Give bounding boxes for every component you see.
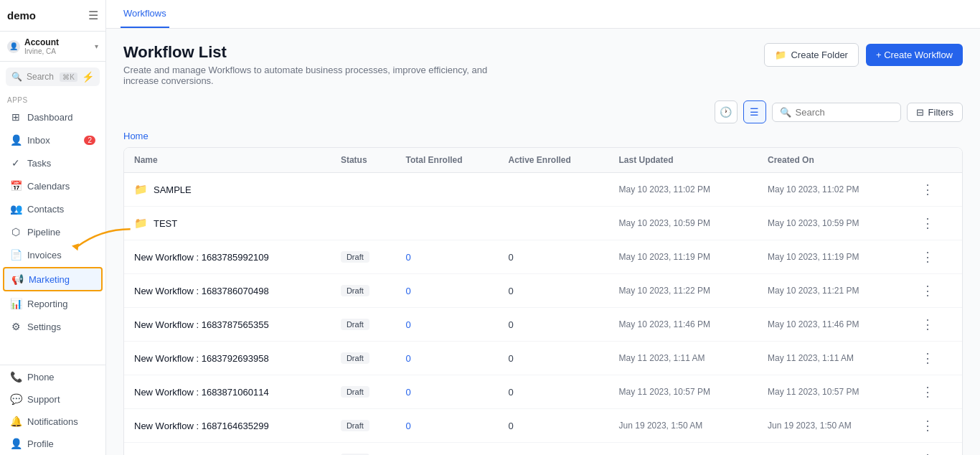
sidebar-item-settings[interactable]: ⚙ Settings [3, 316, 103, 337]
support-icon: 💬 [10, 393, 22, 405]
sidebar-item-phone[interactable]: 📞 Phone [3, 366, 103, 388]
col-active-enrolled: Active Enrolled [499, 148, 609, 173]
cell-created-on: May 10 2023, 11:02 PM [758, 173, 907, 207]
sidebar-item-label: Tasks [27, 158, 51, 169]
cell-active-enrolled: 0 [499, 443, 609, 456]
col-last-updated: Last Updated [609, 148, 758, 173]
sidebar-item-inbox[interactable]: 👤 Inbox 2 [3, 129, 103, 151]
inbox-badge: 2 [84, 136, 95, 145]
account-icon: 👤 [7, 40, 20, 53]
clock-view-button[interactable]: 🕐 [715, 100, 738, 123]
cell-status: Draft [331, 443, 396, 456]
cell-actions: ⋮ [907, 274, 962, 308]
cell-created-on: May 11 2023, 10:57 PM [758, 375, 907, 409]
content-area: Workflow List Create and manage Workflow… [106, 29, 980, 455]
contacts-icon: 👥 [10, 203, 22, 215]
status-badge: Draft [341, 386, 369, 398]
search-input[interactable] [796, 107, 889, 118]
cell-created-on: Jun 19 2023, 1:50 AM [758, 409, 907, 443]
table-row: New Workflow : 1683871060114Draft00May 1… [124, 375, 962, 409]
breadcrumb[interactable]: Home [123, 131, 963, 141]
phone-icon: 📞 [10, 371, 22, 383]
cell-last-updated: Jun 19 2023, 1:50 AM [609, 409, 758, 443]
cell-name[interactable]: New Workflow : 1683871060114 [134, 387, 321, 398]
row-more-button[interactable]: ⋮ [917, 214, 938, 233]
table-row: 📁SAMPLEMay 10 2023, 11:02 PMMay 10 2023,… [124, 173, 962, 207]
account-name: Account [24, 37, 95, 47]
app-logo: demo [7, 9, 88, 22]
sidebar-item-invoices[interactable]: 📄 Invoices [3, 244, 103, 266]
workflow-name: TEST [154, 218, 177, 229]
cell-last-updated: May 11 2023, 10:57 PM [609, 375, 758, 409]
sidebar-item-reporting[interactable]: 📊 Reporting [3, 293, 103, 314]
lightning-icon[interactable]: ⚡ [82, 71, 94, 83]
cell-name[interactable]: New Workflow : 1683786070498 [134, 286, 321, 296]
global-search[interactable]: 🔍 Search ⌘K ⚡ [6, 67, 100, 86]
cell-name[interactable]: 📁SAMPLE [134, 183, 321, 196]
cell-name[interactable]: New Workflow : 1687164635299 [134, 421, 321, 431]
row-more-button[interactable]: ⋮ [917, 248, 938, 266]
row-more-button[interactable]: ⋮ [917, 180, 938, 199]
cell-name[interactable]: New Workflow : 1683792693958 [134, 353, 321, 364]
cell-actions: ⋮ [907, 240, 962, 274]
chevron-down-icon: ▾ [95, 42, 98, 50]
list-icon: ☰ [750, 106, 759, 118]
cell-actions: ⋮ [907, 308, 962, 342]
cell-status: Draft [331, 375, 396, 409]
table-row: New Workflow : 1687164682643Draft00Jun 1… [124, 443, 962, 456]
cell-name[interactable]: New Workflow : 1683785992109 [134, 252, 321, 263]
row-more-button[interactable]: ⋮ [917, 450, 938, 455]
cell-active-enrolled: 0 [499, 274, 609, 308]
hamburger-icon[interactable]: ☰ [88, 9, 98, 22]
cell-total-enrolled: 0 [396, 308, 499, 342]
row-more-button[interactable]: ⋮ [917, 416, 938, 435]
create-folder-button[interactable]: 📁 Create Folder [764, 43, 858, 67]
sidebar-item-label: Calendars [27, 181, 70, 192]
table-row: 📁TESTMay 10 2023, 10:59 PMMay 10 2023, 1… [124, 207, 962, 240]
workflow-name: New Workflow : 1683792693958 [134, 353, 269, 364]
sidebar-item-calendars[interactable]: 📅 Calendars [3, 175, 103, 197]
sidebar-item-contacts[interactable]: 👥 Contacts [3, 198, 103, 220]
table-header-row: Name Status Total Enrolled Active Enroll… [124, 148, 962, 173]
workflow-name: New Workflow : 1683785992109 [134, 252, 269, 263]
row-more-button[interactable]: ⋮ [917, 349, 938, 367]
create-workflow-button[interactable]: + Create Workflow [866, 44, 963, 66]
sidebar-item-label: Profile [27, 438, 54, 449]
notifications-icon: 🔔 [10, 416, 22, 427]
tasks-icon: ✓ [10, 157, 22, 169]
sidebar-item-pipeline[interactable]: ⬡ Pipeline [3, 221, 103, 243]
table-row: New Workflow : 1683786070498Draft00May 1… [124, 274, 962, 308]
sidebar-item-marketing[interactable]: 📢 Marketing [3, 267, 103, 291]
page-title: Workflow List [123, 43, 496, 62]
topbar-tab-workflows[interactable]: Workflows [121, 0, 169, 28]
row-more-button[interactable]: ⋮ [917, 383, 938, 401]
search-bar[interactable]: 🔍 [772, 103, 901, 122]
cell-status: Draft [331, 308, 396, 342]
sidebar-item-profile[interactable]: 👤 Profile [3, 433, 103, 454]
cell-created-on: May 10 2023, 11:19 PM [758, 240, 907, 274]
cell-active-enrolled: 0 [499, 409, 609, 443]
account-switcher[interactable]: 👤 Account Irvine, CA ▾ [0, 32, 105, 62]
sidebar-item-tasks[interactable]: ✓ Tasks [3, 152, 103, 174]
cell-status: Draft [331, 274, 396, 308]
sidebar-item-label: Contacts [27, 204, 64, 215]
cell-name[interactable]: New Workflow : 1683787565355 [134, 319, 321, 330]
page-subtitle: Create and manage Workflows to automate … [123, 65, 496, 86]
list-view-button[interactable]: ☰ [743, 100, 766, 123]
inbox-icon: 👤 [10, 134, 22, 146]
row-more-button[interactable]: ⋮ [917, 281, 938, 300]
sidebar-item-notifications[interactable]: 🔔 Notifications [3, 411, 103, 432]
cell-created-on: May 10 2023, 11:46 PM [758, 308, 907, 342]
cell-last-updated: May 10 2023, 10:59 PM [609, 207, 758, 240]
status-badge: Draft [341, 420, 369, 431]
sidebar-item-label: Marketing [29, 274, 70, 285]
cell-name[interactable]: 📁TEST [134, 217, 321, 230]
row-more-button[interactable]: ⋮ [917, 315, 938, 334]
sidebar-item-dashboard[interactable]: ⊞ Dashboard [3, 106, 103, 128]
cell-total-enrolled: 0 [396, 274, 499, 308]
cell-active-enrolled: 0 [499, 375, 609, 409]
col-status: Status [331, 148, 396, 173]
filters-button[interactable]: ⊟ Filters [907, 103, 963, 122]
status-badge: Draft [341, 285, 369, 296]
sidebar-item-support[interactable]: 💬 Support [3, 388, 103, 410]
